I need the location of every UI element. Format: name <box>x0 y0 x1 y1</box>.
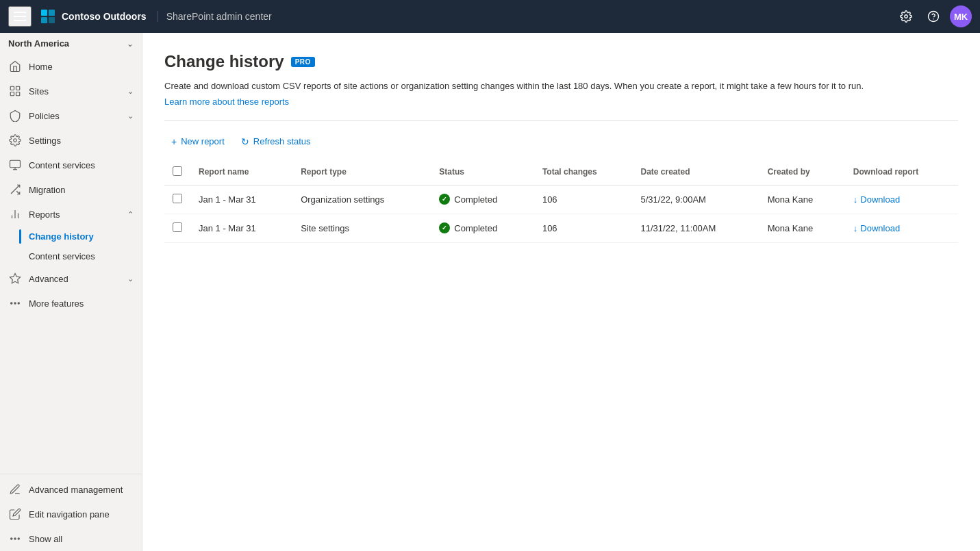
refresh-status-button[interactable]: ↻ Refresh status <box>234 132 318 151</box>
reports-icon <box>8 207 22 221</box>
download-label: Download <box>860 223 900 233</box>
svg-rect-12 <box>10 160 21 168</box>
region-selector[interactable]: North America ⌄ <box>0 33 142 54</box>
svg-line-16 <box>16 191 20 194</box>
status-completed-icon <box>439 194 450 205</box>
svg-rect-9 <box>10 92 14 96</box>
migration-label: Migration <box>29 185 134 195</box>
svg-point-22 <box>14 303 16 304</box>
advanced-management-label: Advanced management <box>29 485 134 495</box>
sidebar-item-migration[interactable]: Migration <box>0 177 142 202</box>
sidebar-subitem-content-services[interactable]: Content services <box>0 246 142 266</box>
download-link-0[interactable]: ↓ Download <box>853 194 950 205</box>
download-icon: ↓ <box>853 194 858 205</box>
col-report-name: Report name <box>190 159 292 185</box>
learn-more-link[interactable]: Learn more about these reports <box>164 97 289 107</box>
sidebar-item-policies[interactable]: Policies ⌄ <box>0 103 142 128</box>
more-features-label: More features <box>29 298 134 309</box>
reports-table: Report name Report type Status Total cha… <box>164 159 958 243</box>
svg-point-11 <box>14 139 17 142</box>
gear-icon <box>900 10 912 23</box>
cell-report-name: Jan 1 - Mar 31 <box>190 185 292 214</box>
advanced-label: Advanced <box>29 274 121 284</box>
sidebar-item-reports[interactable]: Reports ⌃ <box>0 202 142 227</box>
toolbar: + New report ↻ Refresh status <box>164 120 958 159</box>
svg-point-21 <box>11 303 12 304</box>
avatar[interactable]: MK <box>950 5 972 27</box>
col-date-created: Date created <box>632 159 759 185</box>
sites-icon <box>8 84 22 98</box>
cell-created-by: Mona Kane <box>759 214 845 242</box>
header-checkbox-col <box>164 159 190 185</box>
content-services-sub-label: Content services <box>29 251 95 261</box>
row-checkbox-cell <box>164 214 190 242</box>
policies-label: Policies <box>29 111 121 121</box>
edit-nav-icon <box>8 507 22 521</box>
col-total-changes: Total changes <box>534 159 633 185</box>
svg-rect-8 <box>16 86 20 90</box>
home-icon <box>8 60 22 73</box>
svg-rect-3 <box>49 17 55 23</box>
pro-badge: PRO <box>291 57 315 67</box>
show-all-icon <box>8 532 22 546</box>
sidebar-item-advanced[interactable]: Advanced ⌄ <box>0 266 142 291</box>
table-row: Jan 1 - Mar 31 Organization settings Com… <box>164 185 958 214</box>
status-text: Completed <box>454 194 497 205</box>
svg-point-5 <box>929 12 939 22</box>
cell-report-type: Organization settings <box>292 185 431 214</box>
select-all-checkbox[interactable] <box>173 166 182 176</box>
col-download-report: Download report <box>845 159 958 185</box>
sidebar-item-edit-navigation[interactable]: Edit navigation pane <box>0 502 142 526</box>
plus-icon: + <box>171 136 177 147</box>
svg-point-4 <box>905 15 908 18</box>
show-all-label: Show all <box>29 534 134 544</box>
cell-status: Completed <box>431 185 534 214</box>
edit-navigation-label: Edit navigation pane <box>29 509 134 520</box>
policies-chevron-icon: ⌄ <box>127 112 134 120</box>
new-report-label: New report <box>181 136 225 146</box>
sidebar-item-settings[interactable]: Settings <box>0 128 142 153</box>
refresh-status-label: Refresh status <box>253 136 311 146</box>
sidebar-item-show-all[interactable]: Show all <box>0 526 142 551</box>
svg-point-25 <box>14 538 16 539</box>
cell-created-by: Mona Kane <box>759 185 845 214</box>
row-checkbox-1[interactable] <box>173 222 182 232</box>
app-logo: Contoso Outdoors <box>40 8 147 25</box>
sidebar-item-sites[interactable]: Sites ⌄ <box>0 79 142 103</box>
region-chevron-icon: ⌄ <box>127 39 134 49</box>
cell-date-created: 5/31/22, 9:00AM <box>632 185 759 214</box>
sites-label: Sites <box>29 86 121 97</box>
download-icon: ↓ <box>853 223 858 233</box>
sidebar-item-more-features[interactable]: More features <box>0 291 142 316</box>
svg-rect-0 <box>41 10 47 16</box>
svg-rect-2 <box>41 17 47 23</box>
sites-chevron-icon: ⌄ <box>127 87 134 96</box>
migration-icon <box>8 183 22 196</box>
policies-icon <box>8 109 22 123</box>
app-name: SharePoint admin center <box>158 11 272 22</box>
sidebar-subitem-change-history[interactable]: Change history <box>0 227 142 246</box>
sidebar-item-advanced-management[interactable]: Advanced management <box>0 477 142 502</box>
page-header: Change history PRO <box>164 52 958 71</box>
sidebar-item-content-services[interactable]: Content services <box>0 153 142 177</box>
hamburger-button[interactable] <box>8 6 32 27</box>
topbar: Contoso Outdoors SharePoint admin center… <box>0 0 980 33</box>
settings-nav-icon <box>8 133 22 147</box>
advanced-management-icon <box>8 483 22 496</box>
col-report-type: Report type <box>292 159 431 185</box>
sidebar-item-home[interactable]: Home <box>0 54 142 79</box>
new-report-button[interactable]: + New report <box>164 132 231 151</box>
change-history-label: Change history <box>29 231 94 242</box>
download-link-1[interactable]: ↓ Download <box>853 223 950 233</box>
advanced-icon <box>8 272 22 285</box>
contoso-logo-icon <box>40 8 56 25</box>
row-checkbox-0[interactable] <box>173 194 182 203</box>
content-services-icon <box>8 158 22 172</box>
page-description: Create and download custom CSV reports o… <box>164 79 958 93</box>
main-content: Change history PRO Create and download c… <box>142 33 980 551</box>
help-button[interactable] <box>922 5 944 27</box>
settings-button[interactable] <box>895 5 917 27</box>
svg-rect-1 <box>49 10 55 16</box>
cell-report-type: Site settings <box>292 214 431 242</box>
col-status: Status <box>431 159 534 185</box>
